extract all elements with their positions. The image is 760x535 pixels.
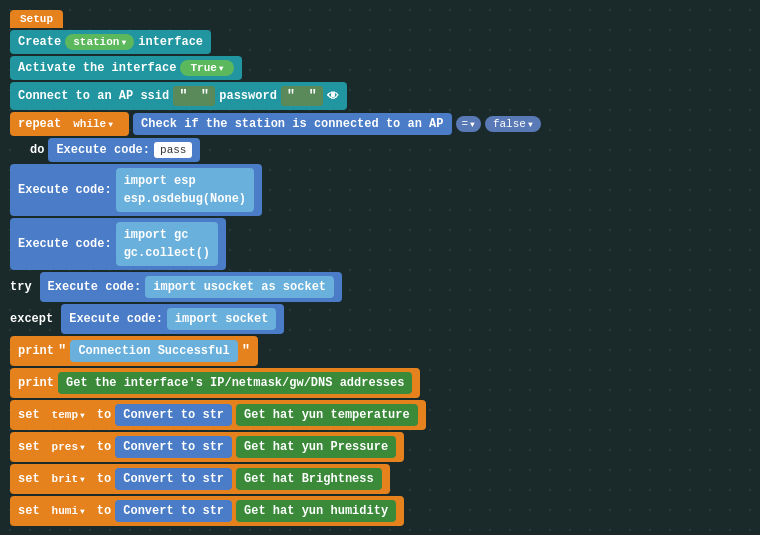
repeat-row: repeat while Check if the station is con… [10, 112, 541, 136]
set-pres-row: set pres to Convert to str Get hat yun P… [10, 432, 541, 462]
convert-str-pres-block: Convert to str [115, 436, 232, 458]
convert-str-temp-label: Convert to str [123, 408, 224, 422]
pass-field: pass [154, 142, 192, 158]
check-label: Check if the station is connected to an … [141, 117, 443, 131]
print-ip-block: print Get the interface's IP/netmask/gw/… [10, 368, 420, 398]
password-field[interactable]: " " [281, 86, 323, 106]
setup-tab-row: Setup [10, 10, 541, 28]
main-canvas: Setup Create station interface Activate … [10, 10, 541, 528]
to-temp-label: to [97, 408, 111, 422]
activate-row: Activate the interface True [10, 56, 541, 80]
eq-dropdown[interactable]: = [456, 116, 481, 132]
brit-sensor-block: Get hat Brightness [236, 468, 382, 490]
try-row: try Execute code: import usocket as sock… [10, 272, 541, 302]
humi-sensor-block: Get hat yun humidity [236, 500, 396, 522]
convert-str-pres-label: Convert to str [123, 440, 224, 454]
gc-code-field: import gcgc.collect() [116, 222, 218, 266]
station-dropdown[interactable]: station [65, 34, 134, 50]
pres-dropdown[interactable]: pres [44, 439, 93, 455]
repeat-label: repeat [18, 117, 61, 131]
esp-code-field: import espesp.osdebug(None) [116, 168, 254, 212]
setup-tab-label: Setup [20, 13, 53, 25]
connect-label: Connect to an AP ssid [18, 89, 169, 103]
set-humi-row: set humi to Convert to str Get hat yun h… [10, 496, 541, 526]
eye-icon[interactable]: 👁 [327, 89, 339, 104]
convert-str-brit-block: Convert to str [115, 468, 232, 490]
true-dropdown[interactable]: True [180, 60, 233, 76]
execute-esp-row: Execute code: import espesp.osdebug(None… [10, 164, 541, 216]
humi-dropdown[interactable]: humi [44, 503, 93, 519]
open-quote-1: " [58, 343, 66, 359]
setup-tab[interactable]: Setup [10, 10, 63, 28]
except-row: except Execute code: import socket [10, 304, 541, 334]
while-dropdown[interactable]: while [65, 116, 121, 132]
execute-usocket-label: Execute code: [48, 280, 142, 294]
create-row: Create station interface [10, 30, 541, 54]
set-humi-block: set humi to Convert to str Get hat yun h… [10, 496, 404, 526]
create-label: Create [18, 35, 61, 49]
socket-code-field: import socket [167, 308, 277, 330]
false-dropdown[interactable]: false [485, 116, 541, 132]
to-brit-label: to [97, 472, 111, 486]
except-label: except [10, 312, 53, 326]
try-label: try [10, 280, 32, 294]
connect-row: Connect to an AP ssid " " password " " 👁 [10, 82, 541, 110]
convert-str-temp-block: Convert to str [115, 404, 232, 426]
print-connection-label: print [18, 344, 54, 358]
ssid-field[interactable]: " " [173, 86, 215, 106]
convert-str-humi-label: Convert to str [123, 504, 224, 518]
set-temp-block: set temp to Convert to str Get hat yun t… [10, 400, 426, 430]
check-block: Check if the station is connected to an … [133, 113, 451, 135]
execute-gc-label: Execute code: [18, 237, 112, 251]
set-brit-row: set brit to Convert to str Get hat Brigh… [10, 464, 541, 494]
close-quote-1: " [242, 343, 250, 359]
to-pres-label: to [97, 440, 111, 454]
execute-gc-block: Execute code: import gcgc.collect() [10, 218, 226, 270]
temp-dropdown[interactable]: temp [44, 407, 93, 423]
set-pres-label: set [18, 440, 40, 454]
print-connection-row: print " Connection Successful " [10, 336, 541, 366]
execute-usocket-block: Execute code: import usocket as socket [40, 272, 342, 302]
ip-text-block: Get the interface's IP/netmask/gw/DNS ad… [58, 372, 412, 394]
temp-sensor-block: Get hat yun temperature [236, 404, 418, 426]
set-pres-block: set pres to Convert to str Get hat yun P… [10, 432, 404, 462]
set-brit-block: set brit to Convert to str Get hat Brigh… [10, 464, 390, 494]
execute-socket-label: Execute code: [69, 312, 163, 326]
connection-text: Connection Successful [70, 340, 237, 362]
interface-label: interface [138, 35, 203, 49]
pres-sensor-block: Get hat yun Pressure [236, 436, 396, 458]
repeat-block: repeat while [10, 112, 129, 136]
print-ip-label: print [18, 376, 54, 390]
connect-block: Connect to an AP ssid " " password " " 👁 [10, 82, 347, 110]
convert-str-humi-block: Convert to str [115, 500, 232, 522]
to-humi-label: to [97, 504, 111, 518]
brit-dropdown[interactable]: brit [44, 471, 93, 487]
set-temp-label: set [18, 408, 40, 422]
print-connection-block: print " Connection Successful " [10, 336, 258, 366]
convert-str-brit-label: Convert to str [123, 472, 224, 486]
password-label: password [219, 89, 277, 103]
activate-block: Activate the interface True [10, 56, 242, 80]
activate-label: Activate the interface [18, 61, 176, 75]
create-block: Create station interface [10, 30, 211, 54]
do-row: do Execute code: pass [30, 138, 541, 162]
set-brit-label: set [18, 472, 40, 486]
set-temp-row: set temp to Convert to str Get hat yun t… [10, 400, 541, 430]
usocket-code-field: import usocket as socket [145, 276, 334, 298]
execute-pass-label: Execute code: [56, 143, 150, 157]
execute-gc-row: Execute code: import gcgc.collect() [10, 218, 541, 270]
set-humi-label: set [18, 504, 40, 518]
execute-esp-label: Execute code: [18, 183, 112, 197]
execute-esp-block: Execute code: import espesp.osdebug(None… [10, 164, 262, 216]
execute-socket-block: Execute code: import socket [61, 304, 284, 334]
print-ip-row: print Get the interface's IP/netmask/gw/… [10, 368, 541, 398]
do-label: do [30, 143, 44, 157]
execute-pass-block: Execute code: pass [48, 138, 200, 162]
